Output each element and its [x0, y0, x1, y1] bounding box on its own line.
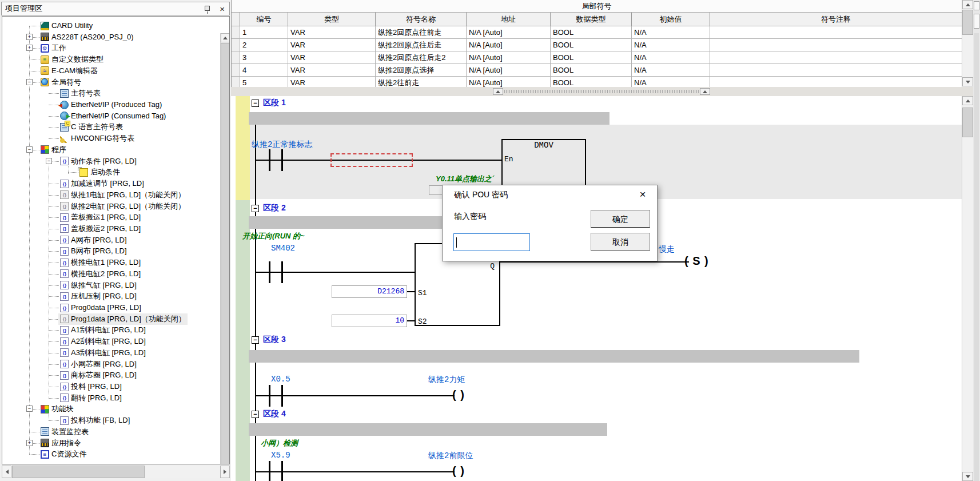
symbol-cell[interactable]: VAR — [288, 39, 376, 51]
tree-item-content[interactable]: Prog0data [PRG, LD] — [58, 302, 143, 313]
tree-item[interactable]: EtherNet/IP (Consumed Tag) — [2, 110, 219, 122]
tree-item[interactable]: EtherNet/IP (Produced Tag) — [2, 99, 219, 110]
close-icon[interactable]: × — [220, 3, 225, 15]
tree-item[interactable]: 横推电缸2 [PRG, LD] — [2, 268, 219, 280]
tree-item-content[interactable]: 纵推1电缸 [PRG, LD]（功能关闭） — [58, 189, 187, 201]
tree-item[interactable]: 商标芯圈 [PRG, LD] — [2, 369, 219, 381]
tree-item[interactable]: +应用指令 — [2, 438, 219, 449]
symbol-cell[interactable]: N/A — [632, 77, 710, 87]
symbol-cell[interactable]: 4 — [240, 64, 288, 77]
tree-item[interactable]: HWCONFIG符号表 — [2, 133, 219, 144]
symbol-cell[interactable]: 3 — [240, 51, 288, 64]
password-input[interactable] — [453, 233, 530, 251]
tree-item-content[interactable]: 启动条件 — [78, 166, 122, 178]
tree-item[interactable]: 纵推气缸 [PRG, LD] — [2, 280, 219, 291]
tree-item-content[interactable]: 装置监控表 — [39, 426, 90, 438]
tree-item-content[interactable]: E-CAM编辑器 — [39, 65, 99, 77]
tree-item[interactable]: B网布 [PRG, LD] — [2, 245, 219, 257]
scrollbar-thumb[interactable] — [962, 108, 973, 137]
tree-item[interactable]: 盖板搬运1 [PRG, LD] — [2, 212, 219, 223]
tree-item[interactable]: +工作 — [2, 42, 219, 54]
tree-item[interactable]: −全局符号 — [2, 77, 219, 88]
tree-item[interactable]: 横推电缸1 [PRG, LD] — [2, 257, 219, 268]
tree-item[interactable]: Prog1data [PRG, LD]（功能关闭） — [2, 313, 219, 325]
contact-bar[interactable] — [281, 385, 283, 407]
tree-item-content[interactable]: A1刮料电缸 [PRG, LD] — [58, 324, 148, 336]
tree-item[interactable]: −功能块 — [2, 403, 219, 415]
symbol-cell[interactable]: VAR — [288, 51, 376, 64]
tree-item-content[interactable]: EtherNet/IP (Consumed Tag) — [58, 110, 168, 122]
contact-bar[interactable] — [281, 149, 283, 171]
tree-item[interactable]: 小网芯圈 [PRG, LD] — [2, 359, 219, 370]
symbol-cell[interactable]: BOOL — [551, 64, 632, 77]
tree-item[interactable]: 装置监控表 — [2, 426, 219, 438]
row-selector[interactable] — [232, 39, 240, 51]
section1-title[interactable]: 区段 1 — [263, 98, 286, 108]
tree-item[interactable]: A网布 [PRG, LD] — [2, 234, 219, 246]
tree-item[interactable]: 压机压制 [PRG, LD] — [2, 291, 219, 302]
symbol-cell[interactable] — [710, 26, 962, 39]
tree-item-content[interactable]: AS228T (AS200_PSJ_0) — [39, 31, 136, 43]
row-selector[interactable] — [232, 26, 240, 39]
symbol-cell[interactable]: BOOL — [551, 26, 632, 39]
ladder-vertical-scrollbar[interactable] — [962, 96, 973, 481]
tree-item-content[interactable]: 自定义数据类型 — [39, 54, 105, 65]
collapse-icon[interactable]: − — [26, 79, 33, 85]
symbol-cell[interactable]: N/A [Auto] — [467, 39, 551, 51]
operand-box-s2[interactable]: 10 — [332, 315, 407, 327]
tree-item[interactable]: −程序 — [2, 144, 219, 156]
symbol-cell[interactable]: N/A — [632, 26, 710, 39]
tree-item[interactable]: 盖板搬运2 [PRG, LD] — [2, 223, 219, 234]
tree-item-content[interactable]: 全局符号 — [39, 77, 83, 88]
scroll-up-button[interactable] — [962, 96, 973, 105]
symbol-cell[interactable]: 纵推2往前走 — [376, 77, 467, 87]
symbol-cell[interactable]: N/A — [632, 39, 710, 51]
splitter-collapse-button[interactable] — [493, 88, 503, 95]
tree-item[interactable]: 投料 [PRG, LD] — [2, 381, 219, 392]
symbol-cell[interactable]: 5 — [240, 77, 288, 87]
edge-button[interactable] — [974, 14, 979, 29]
collapse-icon[interactable]: − — [26, 406, 33, 412]
cancel-button[interactable]: 取消 — [591, 233, 650, 251]
edge-button[interactable] — [974, 1, 979, 10]
symbol-cell[interactable]: 纵推2回原点往后走 — [376, 39, 467, 51]
symbol-cell[interactable]: BOOL — [551, 51, 632, 64]
symbol-cell[interactable]: VAR — [288, 64, 376, 77]
tree-item-content[interactable]: HWCONFIG符号表 — [58, 133, 136, 144]
section3-collapse-icon[interactable]: − — [252, 336, 259, 344]
symbol-cell[interactable]: VAR — [288, 26, 376, 39]
contact-bar[interactable] — [269, 461, 270, 481]
operand-box-s1[interactable]: D21268 — [332, 285, 407, 298]
scroll-down-button[interactable] — [962, 77, 973, 86]
tree-item[interactable]: A2刮料电缸 [PRG, LD] — [2, 336, 219, 347]
tree-item-content[interactable]: 投料 [PRG, LD] — [58, 381, 124, 392]
contact-bar[interactable] — [281, 461, 283, 481]
row-selector[interactable] — [232, 77, 240, 87]
tree-item-content[interactable]: A网布 [PRG, LD] — [58, 234, 129, 246]
collapse-icon[interactable]: − — [26, 146, 33, 153]
section2-title[interactable]: 区段 2 — [263, 203, 286, 213]
tree-item-content[interactable]: 压机压制 [PRG, LD] — [58, 291, 138, 302]
tree-item[interactable]: 加减速调节 [PRG, LD] — [2, 178, 219, 189]
scrollbar-thumb[interactable] — [962, 10, 973, 35]
section4-title[interactable]: 区段 4 — [263, 409, 286, 419]
table-vertical-scrollbar[interactable] — [962, 0, 973, 87]
tree-item-content[interactable]: 盖板搬运1 [PRG, LD] — [58, 212, 142, 223]
row-selector[interactable] — [232, 64, 240, 77]
symbol-cell[interactable]: N/A [Auto] — [467, 77, 551, 87]
scroll-up-button[interactable] — [962, 0, 973, 9]
tree-item-content[interactable]: 小网芯圈 [PRG, LD] — [58, 359, 138, 370]
symbol-cell[interactable] — [710, 51, 962, 64]
tree-item[interactable]: 自定义数据类型 — [2, 54, 219, 65]
tree-item[interactable]: 翻转 [PRG, LD] — [2, 392, 219, 404]
section3-comment-bar[interactable] — [249, 350, 859, 363]
tree-item-content[interactable]: EtherNet/IP (Produced Tag) — [58, 99, 164, 110]
section1-comment-bar[interactable] — [249, 112, 609, 125]
expand-icon[interactable]: + — [26, 440, 33, 446]
contact-bar[interactable] — [269, 385, 270, 407]
output-coil[interactable]: ( ) — [452, 388, 465, 402]
contact-bar[interactable] — [269, 149, 270, 171]
symbol-cell[interactable]: 纵推2回原点往后走2 — [376, 51, 467, 64]
tree-item[interactable]: A3刮料电缸 [PRG, LD] — [2, 347, 219, 359]
tree-item[interactable]: −动作条件 [PRG, LD] — [2, 156, 219, 167]
